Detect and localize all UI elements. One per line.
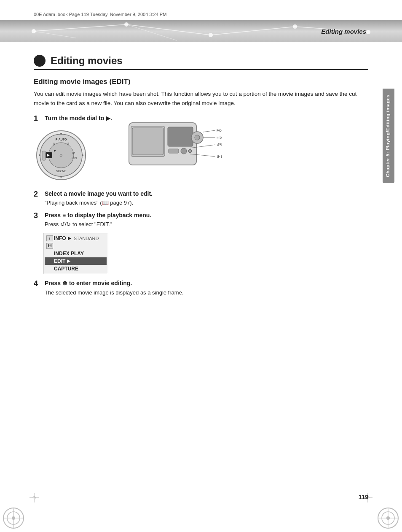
menu-screenshot: i INFO ▶ STANDARD 🎞 INDEX PLAY EDIT ▶ (43, 233, 108, 274)
svg-text:⊙: ⊙ (59, 153, 63, 157)
step-2: 2 Select a movie image you want to edit.… (34, 190, 368, 207)
svg-point-66 (195, 135, 200, 140)
svg-line-32 (34, 24, 126, 31)
svg-text:⊗ button: ⊗ button (217, 154, 222, 159)
svg-line-33 (126, 24, 211, 35)
svg-text:≡ button: ≡ button (217, 135, 222, 140)
step-2-num: 2 (34, 190, 42, 199)
svg-line-70 (203, 130, 215, 132)
step-3-title: Press ≡ to display the playback menu. (45, 211, 368, 220)
svg-point-39 (293, 24, 297, 29)
svg-text:↺↻ buttons: ↺↻ buttons (217, 143, 222, 147)
svg-rect-67 (169, 149, 179, 153)
step-3-num: 3 (34, 211, 42, 221)
header-gradient: Editing movies (0, 20, 402, 42)
menu-icon-edit (46, 258, 53, 264)
svg-point-69 (188, 149, 192, 153)
menu-icon-info: i (46, 235, 53, 241)
svg-line-42 (126, 24, 177, 41)
file-info: 00E Adam .book Page 119 Tuesday, Novembe… (34, 12, 368, 17)
step-2-body: "Playing back movies" (📖 page 97). (45, 199, 368, 207)
svg-text:S: S (67, 142, 70, 145)
svg-point-56 (60, 176, 62, 178)
svg-line-41 (34, 31, 76, 38)
step-1-row: 1 Turn the mode dial to ▶. P-AUTO SCENE (34, 114, 368, 184)
step-1-title: Turn the mode dial to ▶. (45, 114, 112, 123)
svg-rect-64 (168, 127, 193, 146)
step-3-content: Press ≡ to display the playback menu. Pr… (45, 211, 368, 229)
corner-decoration-bl (2, 507, 25, 530)
menu-screenshot-container: i INFO ▶ STANDARD 🎞 INDEX PLAY EDIT ▶ (43, 233, 368, 274)
svg-point-55 (60, 133, 62, 135)
step-1: 1 Turn the mode dial to ▶. (34, 114, 112, 124)
step-4-title: Press ⊗ to enter movie editing. (45, 279, 368, 288)
svg-point-58 (82, 154, 83, 156)
svg-rect-54 (42, 151, 46, 160)
step-3-body: Press ↺/↻ to select "EDIT." (45, 220, 368, 229)
menu-icon-index (46, 251, 53, 257)
chapter-sidebar-tab: Chapter 5: Playing/Editing images (383, 89, 394, 183)
section-heading: Editing movie images (EDIT) (34, 78, 368, 86)
step-2-content: Select a movie image you want to edit. "… (45, 190, 368, 207)
svg-line-34 (211, 27, 295, 35)
menu-item-film: 🎞 (45, 242, 107, 250)
menu-icon-film: 🎞 (46, 243, 53, 249)
svg-text:M: M (72, 151, 75, 155)
step-1-num: 1 (34, 114, 42, 124)
step-4-num: 4 (34, 279, 42, 289)
menu-icon-capture (46, 266, 53, 272)
title-bullet (34, 55, 46, 67)
intro-text: You can edit movie images which have bee… (34, 89, 368, 108)
page-title-area: Editing movies (34, 55, 368, 67)
step-1-right: Mode dial ≡ button ↺↻ buttons ⊗ button (125, 114, 368, 170)
main-content: Editing movies Editing movie images (EDI… (34, 42, 368, 507)
svg-point-14 (12, 516, 15, 520)
svg-point-68 (181, 148, 187, 154)
svg-text:SCENE: SCENE (56, 170, 66, 173)
step-1-content: Turn the mode dial to ▶. (45, 114, 112, 123)
svg-text:A: A (53, 142, 55, 145)
step-2-title: Select a movie image you want to edit. (45, 190, 368, 198)
step-4-body: The selected movie image is displayed as… (45, 289, 368, 297)
svg-text:SCN: SCN (71, 157, 77, 159)
camera-diagram: Mode dial ≡ button ↺↻ buttons ⊗ button (125, 114, 222, 169)
title-rule (34, 69, 368, 70)
svg-rect-63 (132, 128, 163, 155)
page-title: Editing movies (51, 55, 123, 67)
svg-point-19 (386, 516, 390, 520)
step-4-content: Press ⊗ to enter movie editing. The sele… (45, 279, 368, 297)
svg-point-40 (366, 30, 370, 34)
svg-point-38 (209, 33, 213, 37)
svg-point-57 (39, 154, 40, 156)
step-1-left: 1 Turn the mode dial to ▶. P-AUTO SCENE (34, 114, 112, 184)
svg-text:P-AUTO: P-AUTO (56, 138, 67, 141)
svg-text:Mode dial: Mode dial (217, 128, 222, 132)
step-4: 4 Press ⊗ to enter movie editing. The se… (34, 279, 368, 297)
header-bar: 00E Adam .book Page 119 Tuesday, Novembe… (0, 0, 402, 42)
page-number: 119 (359, 494, 368, 500)
menu-item-capture: CAPTURE (45, 265, 107, 273)
dial-diagram: P-AUTO SCENE M SCN A S (34, 128, 112, 184)
menu-item-index-play: INDEX PLAY (45, 250, 107, 257)
step-3: 3 Press ≡ to display the playback menu. … (34, 211, 368, 229)
corner-decoration-br (377, 507, 400, 530)
menu-item-edit: EDIT ▶ (45, 257, 107, 265)
menu-item-info: i INFO ▶ STANDARD (45, 235, 107, 242)
header-title: Editing movies (321, 28, 366, 35)
chapter-label: Chapter 5: Playing/Editing images (385, 95, 390, 177)
